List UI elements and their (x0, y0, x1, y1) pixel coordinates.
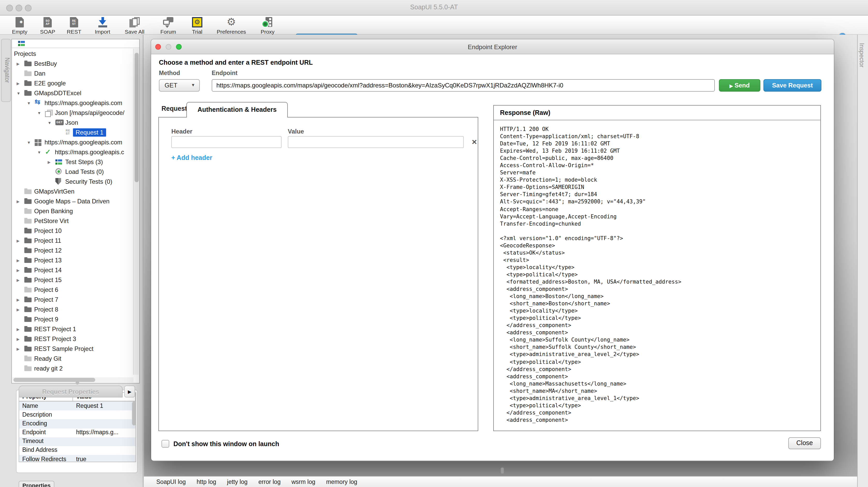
tree-item-open-banking[interactable]: Open Banking (12, 207, 139, 216)
collapsed-arrow-icon[interactable]: ▶ (17, 199, 20, 204)
tree-item-rest-sample-project[interactable]: ▶REST Sample Project (12, 345, 139, 354)
toolbar-trial[interactable]: ⚙Trial (181, 17, 214, 34)
tree-item-json-maps-api-geocode[interactable]: ▼Json [/maps/api/geocode/ (12, 109, 139, 118)
tree-item-rest-project-1[interactable]: ▶REST Project 1 (12, 325, 139, 334)
tree-item-load-tests-0[interactable]: Load Tests (0) (12, 168, 139, 177)
tree-item-https-maps-googleapis-com[interactable]: ▼⇆https://maps.googleapis.com (12, 99, 139, 108)
navigator-tab[interactable]: Navigator (1, 39, 11, 102)
header-name-input[interactable] (171, 136, 282, 148)
send-button[interactable]: ▶Send (719, 79, 760, 92)
expanded-arrow-icon[interactable]: ▼ (27, 140, 31, 145)
log-tab-jetty-log[interactable]: jetty log (227, 479, 247, 485)
log-tab-error-log[interactable]: error log (258, 479, 281, 485)
properties-expand-button[interactable]: ▶ (124, 386, 135, 397)
expanded-arrow-icon[interactable]: ▼ (17, 91, 21, 96)
collapsed-arrow-icon[interactable]: ▶ (17, 268, 20, 273)
expanded-arrow-icon[interactable]: ▼ (37, 111, 41, 115)
tree-item-google-maps-data-driven[interactable]: ▶Google Maps – Data Driven (12, 197, 139, 206)
log-tab-soapui-log[interactable]: SoapUI log (156, 479, 186, 485)
collapsed-arrow-icon[interactable]: ▶ (17, 327, 20, 332)
tree-item-project-13[interactable]: ▶Project 13 (12, 256, 139, 265)
window-titlebar: SoapUI 5.5.0-AT (0, 0, 868, 16)
property-row-timeout[interactable]: Timeout (19, 437, 135, 446)
tree-item-test-steps-3[interactable]: ▶Test Steps (3) (12, 158, 139, 166)
collapsed-arrow-icon[interactable]: ▶ (17, 258, 20, 263)
expanded-arrow-icon[interactable]: ▼ (37, 150, 41, 155)
tree-item-gmapsvirtgen[interactable]: GMapsVirtGen (12, 187, 139, 196)
tree-item-json[interactable]: ▼GETJson (12, 119, 139, 127)
header-value-input[interactable] (288, 136, 464, 148)
folder-dark-icon (24, 239, 32, 243)
folder-dark-icon (24, 199, 32, 204)
toolbar-preferences[interactable]: ⚙Preferences (215, 17, 248, 34)
tree-item-request-1[interactable]: RESTRequest 1 (12, 128, 139, 137)
splitter-handle[interactable] (75, 381, 79, 385)
collapsed-arrow-icon[interactable]: ▶ (17, 81, 20, 86)
tree-item-project-10[interactable]: Project 10 (12, 227, 139, 236)
tab-request[interactable]: Request (161, 105, 187, 112)
property-row-name[interactable]: NameRequest 1 (19, 402, 135, 410)
property-row-description[interactable]: Description (19, 410, 135, 419)
collapsed-arrow-icon[interactable]: ▶ (17, 239, 20, 243)
tree-item-e2e-google[interactable]: ▶E2E google (12, 79, 139, 88)
endpoint-url-input[interactable] (212, 79, 715, 92)
tree-item-project-8[interactable]: ▶Project 8 (12, 305, 139, 314)
collapsed-arrow-icon[interactable]: ▶ (17, 347, 20, 352)
inspector-tab[interactable]: Inspector (859, 43, 865, 67)
tree-item-https-maps-googleapis-c[interactable]: ▼✓https://maps.googleapis.c (12, 148, 139, 157)
tree-horizontal-scrollbar[interactable] (12, 377, 133, 383)
tab-authentication-headers[interactable]: Authentication & Headers (186, 102, 288, 118)
resize-handle[interactable] (500, 467, 504, 474)
remove-header-icon[interactable]: ✕ (471, 138, 477, 146)
tree-item-https-maps-googleapis-com[interactable]: ▼https://maps.googleapis.com (12, 138, 139, 147)
property-row-bind-address[interactable]: Bind Address (19, 446, 135, 455)
tree-item-project-12[interactable]: Project 12 (12, 246, 139, 255)
tree-item-project-9[interactable]: Project 9 (12, 315, 139, 324)
collapsed-arrow-icon[interactable]: ▶ (17, 337, 20, 341)
tree-item-project-15[interactable]: ▶Project 15 (12, 276, 139, 285)
tree-item-project-6[interactable]: Project 6 (12, 286, 139, 295)
tree-item-dan[interactable]: Dan (12, 69, 139, 78)
tree-item-rest-project-3[interactable]: ▶REST Project 3 (12, 335, 139, 344)
expanded-arrow-icon[interactable]: ▼ (48, 121, 52, 125)
folder-dark-icon (24, 298, 32, 302)
tree-item-ready-git[interactable]: Ready Git (12, 355, 139, 363)
tree-item-project-11[interactable]: ▶Project 11 (12, 237, 139, 245)
log-tab-wsrm-log[interactable]: wsrm log (291, 479, 315, 485)
dont-show-checkbox[interactable] (161, 440, 169, 448)
folder-dark-icon (24, 317, 32, 322)
add-header-link[interactable]: + Add header (171, 154, 212, 161)
collapsed-arrow-icon[interactable]: ▶ (17, 298, 20, 302)
save-request-button[interactable]: Save Request (764, 79, 822, 92)
tree-root-projects[interactable]: Projects (12, 50, 139, 59)
tree-item-bestbuy[interactable]: ▶BestBuy (12, 60, 139, 68)
toolbar-forum[interactable]: Forum (152, 17, 185, 34)
toolbar-rest[interactable]: RESTREST (58, 17, 91, 34)
collapsed-arrow-icon[interactable]: ▶ (17, 62, 20, 66)
properties-scrollbar[interactable] (132, 402, 136, 425)
tree-item-petstore-virt[interactable]: PetStore Virt (12, 217, 139, 226)
property-row-follow-redirects[interactable]: Follow Redirectstrue (19, 455, 135, 462)
tree-item-project-7[interactable]: ▶Project 7 (12, 296, 139, 304)
tree-view-icon[interactable] (18, 41, 26, 48)
collapsed-arrow-icon[interactable]: ▶ (17, 278, 20, 282)
property-row-endpoint[interactable]: Endpointhttps://maps.g... (19, 428, 135, 437)
collapsed-arrow-icon[interactable]: ▶ (17, 307, 20, 312)
log-tab-http-log[interactable]: http log (197, 479, 216, 485)
expanded-arrow-icon[interactable]: ▼ (27, 101, 31, 105)
method-select[interactable]: GET ▼ (159, 79, 200, 92)
tree-vertical-scrollbar[interactable] (133, 49, 139, 375)
collapsed-arrow-icon[interactable]: ▶ (48, 160, 51, 164)
tree-item-project-14[interactable]: ▶Project 14 (12, 266, 139, 275)
property-row-encoding[interactable]: Encoding (19, 420, 135, 428)
toolbar-import[interactable]: Import (86, 17, 119, 34)
toolbar-proxy[interactable]: Proxy (251, 17, 284, 34)
log-tab-memory-log[interactable]: memory log (326, 479, 357, 485)
tree-item-gmapsddtexcel[interactable]: ▼GMapsDDTExcel (12, 89, 139, 98)
toolbar-save-all[interactable]: Save All (118, 17, 151, 34)
close-button[interactable]: Close (788, 437, 821, 449)
request-properties-header[interactable]: Request Properties (19, 386, 123, 397)
tree-item-ready-git-2[interactable]: ready git 2 (12, 364, 139, 373)
properties-tab[interactable]: Properties (19, 481, 54, 487)
tree-item-security-tests-0[interactable]: Security Tests (0) (12, 178, 139, 186)
